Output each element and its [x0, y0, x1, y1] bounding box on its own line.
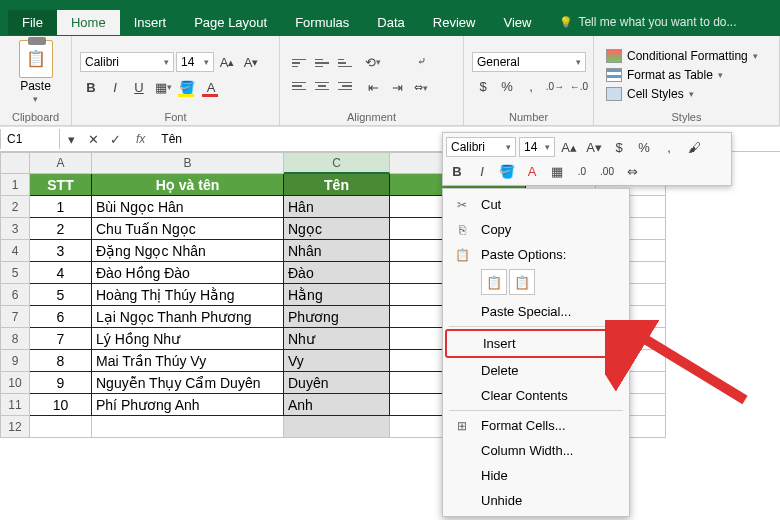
cell-name[interactable]: Bùi Ngọc Hân — [92, 196, 284, 218]
cell-stt[interactable]: 10 — [30, 394, 92, 416]
cell-name[interactable]: Nguyễn Thụy Cẩm Duyên — [92, 372, 284, 394]
percent-button[interactable]: % — [496, 75, 518, 97]
cell-stt[interactable]: 7 — [30, 328, 92, 350]
cell-ten[interactable]: Vy — [284, 350, 390, 372]
align-top[interactable] — [288, 52, 310, 74]
mini-merge[interactable]: ⇔ — [621, 160, 643, 182]
tab-formulas[interactable]: Formulas — [281, 10, 363, 35]
cell-ten[interactable]: Ngọc — [284, 218, 390, 240]
mini-font-name[interactable]: Calibri▾ — [446, 137, 516, 157]
cell[interactable] — [284, 416, 390, 438]
paste-option-2[interactable]: 📋 — [509, 269, 535, 295]
mini-font-color[interactable]: A — [521, 160, 543, 182]
decrease-decimal[interactable]: ←.0 — [568, 75, 590, 97]
namebox-dropdown[interactable]: ▾ — [60, 128, 82, 150]
mini-comma[interactable]: , — [658, 136, 680, 158]
cell-ten[interactable]: Anh — [284, 394, 390, 416]
tab-view[interactable]: View — [489, 10, 545, 35]
row-header[interactable]: 10 — [0, 372, 30, 394]
menu-clear-contents[interactable]: Clear Contents — [445, 383, 627, 408]
cell-ten[interactable]: Nhân — [284, 240, 390, 262]
row-header[interactable]: 6 — [0, 284, 30, 306]
select-all-corner[interactable] — [0, 152, 30, 174]
col-header-b[interactable]: B — [92, 152, 284, 174]
fill-color-button[interactable]: 🪣 — [176, 76, 198, 98]
comma-button[interactable]: , — [520, 75, 542, 97]
tell-me[interactable]: Tell me what you want to do... — [559, 15, 736, 29]
orientation-button[interactable]: ⟲▾ — [362, 51, 384, 73]
mini-dec-font[interactable]: A▾ — [583, 136, 605, 158]
header-stt[interactable]: STT — [30, 174, 92, 196]
mini-inc-decimal[interactable]: .00 — [596, 160, 618, 182]
paste-dropdown[interactable]: ▾ — [33, 94, 38, 104]
cell-ten[interactable]: Duyên — [284, 372, 390, 394]
menu-hide[interactable]: Hide — [445, 463, 627, 488]
align-bottom[interactable] — [334, 52, 356, 74]
menu-insert[interactable]: Insert — [445, 329, 627, 358]
border-button[interactable]: ▦▾ — [152, 76, 174, 98]
name-box[interactable]: C1 — [0, 129, 60, 149]
font-color-button[interactable]: A — [200, 76, 222, 98]
mini-bold[interactable]: B — [446, 160, 468, 182]
cell[interactable] — [30, 416, 92, 438]
tab-page-layout[interactable]: Page Layout — [180, 10, 281, 35]
mini-font-size[interactable]: 14▾ — [519, 137, 555, 157]
font-name-select[interactable]: Calibri▾ — [80, 52, 174, 72]
increase-decimal[interactable]: .0→ — [544, 75, 566, 97]
conditional-formatting[interactable]: Conditional Formatting▾ — [602, 47, 762, 65]
increase-font-icon[interactable]: A▴ — [216, 51, 238, 73]
cell-name[interactable]: Chu Tuấn Ngọc — [92, 218, 284, 240]
paste-option-1[interactable]: 📋 — [481, 269, 507, 295]
cell-stt[interactable]: 4 — [30, 262, 92, 284]
enter-formula[interactable]: ✓ — [104, 128, 126, 150]
decrease-indent[interactable]: ⇤ — [362, 76, 384, 98]
menu-cut[interactable]: ✂Cut — [445, 192, 627, 217]
decrease-font-icon[interactable]: A▾ — [240, 51, 262, 73]
format-as-table[interactable]: Format as Table▾ — [602, 66, 762, 84]
mini-inc-font[interactable]: A▴ — [558, 136, 580, 158]
row-header[interactable]: 12 — [0, 416, 30, 438]
row-header[interactable]: 5 — [0, 262, 30, 284]
bold-button[interactable]: B — [80, 76, 102, 98]
cell-ten[interactable]: Phương — [284, 306, 390, 328]
align-left[interactable] — [288, 75, 310, 97]
cancel-formula[interactable]: ✕ — [82, 128, 104, 150]
mini-dec-decimal[interactable]: .0 — [571, 160, 593, 182]
cell-styles[interactable]: Cell Styles▾ — [602, 85, 762, 103]
cell-name[interactable]: Lại Ngọc Thanh Phương — [92, 306, 284, 328]
wrap-text-button[interactable]: ⤶ — [414, 51, 428, 73]
paste-icon[interactable] — [19, 40, 53, 78]
cell-stt[interactable]: 3 — [30, 240, 92, 262]
row-header[interactable]: 9 — [0, 350, 30, 372]
col-header-a[interactable]: A — [30, 152, 92, 174]
row-header[interactable]: 3 — [0, 218, 30, 240]
cell-stt[interactable]: 6 — [30, 306, 92, 328]
cell-stt[interactable]: 1 — [30, 196, 92, 218]
cell-stt[interactable]: 5 — [30, 284, 92, 306]
cell-name[interactable]: Mai Trần Thúy Vy — [92, 350, 284, 372]
col-header-c[interactable]: C — [284, 152, 390, 174]
cell-name[interactable]: Đào Hồng Đào — [92, 262, 284, 284]
underline-button[interactable]: U — [128, 76, 150, 98]
font-size-select[interactable]: 14▾ — [176, 52, 214, 72]
tab-review[interactable]: Review — [419, 10, 490, 35]
italic-button[interactable]: I — [104, 76, 126, 98]
row-header[interactable]: 2 — [0, 196, 30, 218]
header-ten[interactable]: Tên — [284, 174, 390, 196]
row-header[interactable]: 8 — [0, 328, 30, 350]
menu-paste-special[interactable]: Paste Special... — [445, 299, 627, 324]
currency-button[interactable]: $ — [472, 75, 494, 97]
cell-ten[interactable]: Hân — [284, 196, 390, 218]
number-format-select[interactable]: General▾ — [472, 52, 586, 72]
tab-data[interactable]: Data — [363, 10, 418, 35]
cell-stt[interactable]: 8 — [30, 350, 92, 372]
mini-fill-color[interactable]: 🪣 — [496, 160, 518, 182]
align-center[interactable] — [311, 75, 333, 97]
cell-stt[interactable]: 9 — [30, 372, 92, 394]
row-header[interactable]: 11 — [0, 394, 30, 416]
mini-percent[interactable]: % — [633, 136, 655, 158]
mini-format-painter-icon[interactable]: 🖌 — [683, 136, 705, 158]
menu-copy[interactable]: ⎘Copy — [445, 217, 627, 242]
cell-name[interactable]: Lý Hồng Như — [92, 328, 284, 350]
tab-insert[interactable]: Insert — [120, 10, 181, 35]
